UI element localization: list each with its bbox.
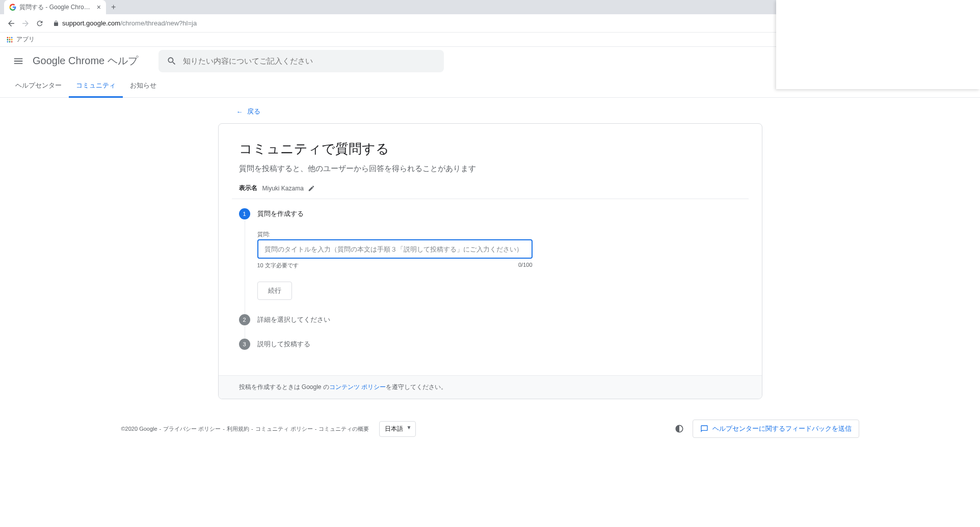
close-tab-icon[interactable]: × bbox=[97, 3, 101, 11]
privacy-link[interactable]: プライバシー ポリシー bbox=[163, 425, 221, 433]
product-name: Google Chrome ヘルプ bbox=[33, 54, 138, 68]
back-button[interactable] bbox=[4, 16, 18, 31]
step-1: 1 質問を作成する 質問: 10 文字必要です 0/100 続行 bbox=[239, 208, 741, 314]
svg-point-3 bbox=[7, 39, 8, 40]
display-name-label: 表示名 bbox=[239, 184, 257, 192]
search-box[interactable] bbox=[158, 50, 444, 72]
favicon-google-icon bbox=[9, 4, 16, 11]
tab-community[interactable]: コミュニティ bbox=[69, 75, 123, 98]
content: ← 戻る コミュニティで質問する 質問を投稿すると、他のユーザーから回答を得られ… bbox=[210, 107, 771, 399]
new-tab-button[interactable]: + bbox=[111, 3, 116, 12]
copyright: ©2020 Google bbox=[121, 426, 157, 432]
chevron-down-icon: ▼ bbox=[407, 425, 412, 430]
apps-button[interactable]: アプリ bbox=[6, 35, 35, 44]
content-policy-link[interactable]: コンテンツ ポリシー bbox=[329, 383, 386, 391]
feedback-button[interactable]: ヘルプセンターに関するフィードバックを送信 bbox=[693, 420, 859, 438]
back-label: 戻る bbox=[247, 107, 260, 116]
url-host: support.google.com bbox=[62, 19, 120, 27]
step-3-badge: 3 bbox=[239, 339, 250, 350]
card-subtitle: 質問を投稿すると、他のユーザーから回答を得られることがあります bbox=[239, 164, 741, 174]
browser-tab[interactable]: 質問する - Google Chrome Comm × bbox=[4, 0, 106, 14]
dark-mode-toggle[interactable] bbox=[674, 424, 684, 434]
search-icon bbox=[167, 56, 177, 66]
sep: - bbox=[251, 426, 253, 432]
reload-button[interactable] bbox=[33, 16, 47, 31]
sep: - bbox=[223, 426, 225, 432]
overlay-panel bbox=[776, 0, 980, 89]
step-2: 2 詳細を選択してください bbox=[239, 314, 741, 339]
url-path: /chrome/thread/new?hl=ja bbox=[120, 19, 197, 27]
sep: - bbox=[315, 426, 317, 432]
svg-point-5 bbox=[11, 39, 13, 40]
tab-announcements[interactable]: お知らせ bbox=[123, 75, 164, 98]
svg-point-1 bbox=[9, 37, 11, 38]
page-footer: ©2020 Google - プライバシー ポリシー - 利用規約 - コミュニ… bbox=[113, 411, 867, 446]
step-3-title: 説明して投稿する bbox=[257, 340, 741, 349]
language-select[interactable]: 日本語 ▼ bbox=[379, 421, 416, 437]
forward-button[interactable] bbox=[18, 16, 33, 31]
step-1-title: 質問を作成する bbox=[257, 209, 741, 218]
footer-right: ヘルプセンターに関するフィードバックを送信 bbox=[674, 420, 859, 438]
policy-prefix: 投稿を作成するときは Google の bbox=[239, 383, 329, 391]
step-2-badge: 2 bbox=[239, 314, 250, 325]
step-3: 3 説明して投稿する bbox=[239, 339, 741, 363]
step-1-badge: 1 bbox=[239, 208, 250, 219]
menu-button[interactable] bbox=[8, 51, 29, 71]
svg-point-7 bbox=[9, 41, 11, 42]
back-link[interactable]: ← 戻る bbox=[236, 107, 762, 116]
policy-suffix: を遵守してください。 bbox=[386, 383, 447, 391]
tab-title: 質問する - Google Chrome Comm bbox=[19, 3, 93, 12]
apps-grid-icon bbox=[6, 36, 13, 43]
search-input[interactable] bbox=[183, 57, 436, 65]
svg-point-8 bbox=[11, 41, 13, 42]
feedback-icon bbox=[700, 425, 708, 433]
card-body: コミュニティで質問する 質問を投稿すると、他のユーザーから回答を得られることがあ… bbox=[219, 124, 762, 375]
step-connector bbox=[245, 220, 245, 323]
community-policy-link[interactable]: コミュニティ ポリシー bbox=[255, 425, 313, 433]
terms-link[interactable]: 利用規約 bbox=[227, 425, 249, 433]
lock-icon bbox=[53, 20, 59, 26]
sep: - bbox=[160, 426, 162, 432]
arrow-left-icon: ← bbox=[236, 108, 243, 116]
apps-label: アプリ bbox=[16, 35, 35, 44]
feedback-label: ヘルプセンターに関するフィードバックを送信 bbox=[712, 424, 852, 433]
question-title-input[interactable] bbox=[257, 239, 533, 259]
step-2-title: 詳細を選択してください bbox=[257, 315, 741, 324]
svg-point-6 bbox=[7, 41, 8, 42]
card-title: コミュニティで質問する bbox=[239, 140, 741, 158]
svg-point-2 bbox=[11, 37, 13, 38]
language-value: 日本語 bbox=[385, 425, 403, 432]
community-overview-link[interactable]: コミュニティの概要 bbox=[319, 425, 369, 433]
steps: 1 質問を作成する 質問: 10 文字必要です 0/100 続行 2 bbox=[239, 208, 741, 363]
svg-point-0 bbox=[7, 37, 8, 38]
question-field-label: 質問: bbox=[257, 231, 741, 238]
tab-help-center[interactable]: ヘルプセンター bbox=[8, 75, 69, 98]
display-name-row: 表示名 Miyuki Kazama bbox=[239, 184, 741, 192]
display-name-value: Miyuki Kazama bbox=[262, 185, 304, 192]
helper-char-count: 0/100 bbox=[518, 262, 533, 269]
footer-left: ©2020 Google - プライバシー ポリシー - 利用規約 - コミュニ… bbox=[121, 421, 416, 437]
helper-min-chars: 10 文字必要です bbox=[257, 262, 299, 269]
question-card: コミュニティで質問する 質問を投稿すると、他のユーザーから回答を得られることがあ… bbox=[218, 123, 762, 399]
divider bbox=[232, 199, 749, 199]
svg-point-4 bbox=[9, 39, 11, 40]
card-footer: 投稿を作成するときは Google のコンテンツ ポリシーを遵守してください。 bbox=[219, 375, 762, 399]
edit-icon[interactable] bbox=[308, 185, 315, 192]
continue-button[interactable]: 続行 bbox=[257, 282, 292, 300]
